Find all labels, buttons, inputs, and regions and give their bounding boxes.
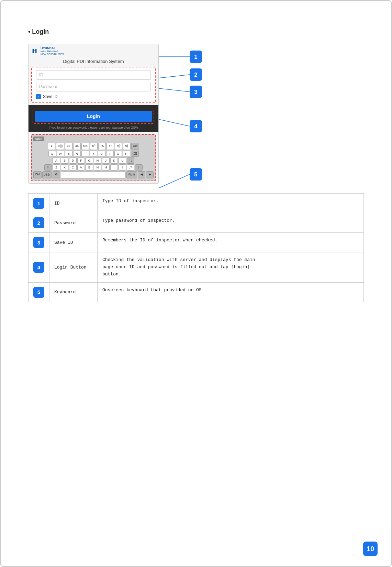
kb-key-n[interactable]: N	[94, 164, 101, 171]
kb-key-q[interactable]: Q	[48, 151, 56, 157]
kb-key-h[interactable]: H	[94, 157, 101, 164]
kb-key-9[interactable]: 9(	[115, 143, 122, 150]
kb-key-dotq[interactable]: .?	[127, 164, 134, 171]
kb-key-0[interactable]: 0)	[123, 143, 131, 150]
kb-key-c[interactable]: C	[69, 164, 77, 171]
kb-key-settings[interactable]: ⚙	[53, 171, 60, 178]
table-desc-4: Checking the validation with server and …	[98, 252, 364, 282]
kb-key-search[interactable]: 🔍	[127, 157, 134, 164]
kb-row-zxcv: ⇧ Z X C V B N M , ! .? ⇧	[33, 164, 154, 171]
kb-key-comma[interactable]: ,	[110, 164, 118, 171]
login-dark-section: Login If you forget your password, pleas…	[29, 105, 158, 132]
kb-key-f[interactable]: F	[77, 157, 85, 164]
table-label-4: Login Button	[49, 252, 98, 282]
diagram-wrapper: 𝗛 HYUNDAI NEW THINKING NEW POSSIBILITIES…	[28, 44, 364, 184]
kb-key-t[interactable]: T	[81, 151, 89, 157]
kb-key-z[interactable]: Z	[53, 164, 60, 171]
kb-key-7[interactable]: 7&	[98, 143, 106, 150]
kb-key-hangul[interactable]: 한/영	[126, 171, 137, 178]
kb-key-3[interactable]: 3#	[65, 143, 72, 150]
kb-key-ctrl[interactable]: Ctrl	[33, 171, 42, 178]
kb-key-r[interactable]: R	[73, 151, 81, 157]
kb-key-s[interactable]: S	[61, 157, 68, 164]
info-table: 1 ID Type ID of inspector. 2 Password Ty…	[28, 193, 364, 302]
kb-key-e[interactable]: E	[65, 151, 72, 157]
table-row: 4 Login Button Checking the validation w…	[29, 252, 364, 282]
svg-rect-11	[190, 120, 202, 132]
kb-key-4[interactable]: 4$	[73, 143, 81, 150]
table-label-1: ID	[49, 194, 98, 213]
kb-key-v[interactable]: V	[77, 164, 85, 171]
table-desc-3: Remembers the ID of inspector when check…	[98, 233, 364, 252]
kb-key-1[interactable]: 1	[48, 143, 55, 150]
kb-key-o[interactable]: O	[114, 151, 122, 157]
table-num-3: 3	[29, 233, 49, 252]
login-screen-header: 𝗛 HYUNDAI NEW THINKING NEW POSSIBILITIES	[29, 44, 158, 57]
kb-key-j[interactable]: J	[102, 157, 110, 164]
save-id-row: ✓ Save ID	[36, 94, 151, 100]
kb-key-i[interactable]: I	[106, 151, 114, 157]
kb-key-y[interactable]: Y	[90, 151, 97, 157]
kb-key-b[interactable]: B	[86, 164, 93, 171]
keyboard-label: table	[33, 137, 44, 141]
callout-2: 2	[33, 217, 44, 228]
callout-4: 4	[33, 262, 44, 273]
kb-key-d[interactable]: D	[69, 157, 77, 164]
callout-5: 5	[33, 287, 44, 298]
id-input-mock[interactable]: ID	[36, 70, 151, 80]
table-num-5: 5	[29, 282, 49, 302]
table-row: 2 Password Type password of inspector.	[29, 213, 364, 233]
table-label-2: Password	[49, 213, 98, 233]
kb-key-w[interactable]: W	[57, 151, 64, 157]
kb-key-space[interactable]	[61, 171, 126, 178]
kb-key-8[interactable]: 8*	[107, 143, 114, 150]
svg-line-4	[159, 174, 190, 188]
kb-key-5[interactable]: 5%	[81, 143, 89, 150]
login-screen: 𝗛 HYUNDAI NEW THINKING NEW POSSIBILITIES…	[28, 44, 159, 184]
kb-key-p[interactable]: P	[123, 151, 130, 157]
table-desc-1: Type ID of inspector.	[98, 194, 364, 213]
kb-key-6[interactable]: 6^	[90, 143, 98, 150]
kb-key-symbol[interactable]: 기호	[42, 171, 52, 178]
password-input-mock[interactable]: Password	[36, 82, 151, 91]
kb-key-l[interactable]: L	[119, 157, 126, 164]
kb-key-excl[interactable]: !	[119, 164, 126, 171]
table-num-1: 1	[29, 194, 49, 213]
callout-3: 3	[33, 237, 44, 248]
hyundai-logo: HYUNDAI NEW THINKING NEW POSSIBILITIES	[41, 47, 64, 55]
hyundai-logo-h: 𝗛	[32, 47, 37, 55]
svg-text:5: 5	[194, 171, 197, 178]
svg-text:2: 2	[194, 72, 197, 78]
hyundai-slogan2: NEW POSSIBILITIES	[41, 53, 64, 56]
table-row: 5 Keyboard Onscreen keyboard that provid…	[29, 282, 364, 302]
svg-rect-5	[190, 51, 202, 63]
kb-key-k[interactable]: K	[110, 157, 118, 164]
login-form-area: ID Password ✓ Save ID	[31, 67, 156, 103]
kb-key-left[interactable]: ◀	[138, 171, 145, 178]
kb-key-a[interactable]: A	[53, 157, 60, 164]
kb-key-u[interactable]: U	[98, 151, 105, 157]
table-desc-5: Onscreen keyboard that provided on OS.	[98, 282, 364, 302]
kb-key-backspace[interactable]: ⌫	[131, 151, 139, 157]
kb-row-numbers: 1 2ⓔ 3# 4$ 5% 6^ 7& 8* 9( 0) Del	[33, 143, 154, 150]
svg-rect-9	[190, 86, 202, 98]
kb-key-right[interactable]: ▶	[146, 171, 154, 178]
hyundai-slogan1: NEW THINKING	[41, 50, 58, 53]
svg-text:4: 4	[194, 123, 198, 130]
svg-rect-7	[190, 68, 202, 81]
save-id-checkbox[interactable]: ✓	[36, 94, 41, 99]
kb-key-shift-right[interactable]: ⇧	[135, 164, 143, 171]
kb-row-qwerty: Q W E R T Y U I O P ⌫	[33, 151, 154, 157]
login-button[interactable]: Login	[35, 111, 152, 122]
kb-key-x[interactable]: X	[61, 164, 68, 171]
page-number: 10	[363, 542, 378, 556]
table-num-2: 2	[29, 213, 49, 233]
svg-text:3: 3	[194, 89, 197, 95]
kb-key-g[interactable]: G	[86, 157, 93, 164]
kb-key-del[interactable]: Del	[131, 143, 139, 150]
kb-key-2[interactable]: 2ⓔ	[56, 143, 64, 150]
table-label-5: Keyboard	[49, 282, 98, 302]
kb-key-shift-left[interactable]: ⇧	[44, 164, 52, 171]
section-title: • Login	[28, 28, 364, 35]
kb-key-m[interactable]: M	[102, 164, 110, 171]
